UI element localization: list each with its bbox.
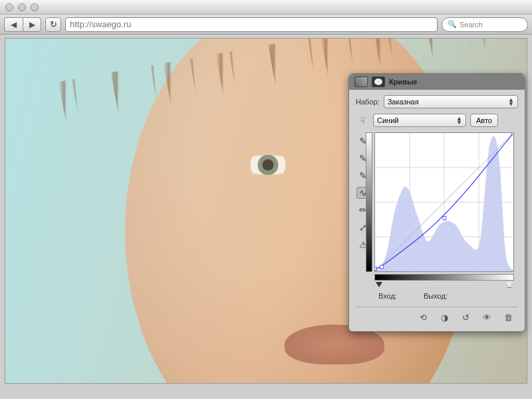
panel-footer-btn-3[interactable]: 👁 (479, 311, 494, 323)
output-label: Выход: (424, 292, 448, 300)
svg-rect-9 (443, 217, 446, 220)
black-point-slider[interactable] (376, 282, 382, 287)
white-point-slider[interactable] (506, 282, 513, 288)
svg-rect-8 (380, 265, 383, 269)
channel-value: Синий (377, 116, 398, 124)
preset-select[interactable]: Заказная ▲▼ (384, 95, 518, 108)
panel-footer-btn-4[interactable]: 🗑 (501, 311, 515, 323)
nav-forward[interactable]: ▶ (23, 17, 41, 32)
reload-button[interactable]: ↻ (45, 17, 61, 32)
input-gradient (374, 274, 514, 281)
chevron-updown-icon: ▲▼ (508, 98, 514, 106)
curves-graph[interactable] (374, 132, 514, 272)
preset-value: Заказная (388, 98, 419, 106)
chevron-updown-icon: ▲▼ (456, 116, 462, 124)
channel-select[interactable]: Синий ▲▼ (373, 114, 466, 127)
hand-tool-icon[interactable]: ☟ (356, 114, 369, 126)
panel-footer-btn-0[interactable]: ⟲ (416, 311, 430, 323)
url-text: http://swaego.ru (70, 19, 132, 29)
curves-panel: Кривые Набор: Заказная ▲▼ ☟ Синий ▲▼ Авт… (348, 73, 525, 332)
window-close[interactable] (5, 3, 13, 11)
search-icon: 🔍 (448, 20, 457, 29)
url-input[interactable]: http://swaego.ru (65, 17, 438, 32)
preset-label: Набор: (356, 98, 380, 106)
window-zoom[interactable] (31, 3, 39, 11)
panel-footer-btn-2[interactable]: ↺ (458, 311, 473, 323)
output-gradient (366, 132, 372, 272)
auto-button[interactable]: Авто (470, 114, 498, 127)
adjustment-icon[interactable] (354, 76, 368, 87)
search-placeholder: Search (460, 21, 483, 29)
svg-rect-10 (512, 132, 514, 134)
svg-rect-7 (374, 267, 376, 270)
panel-footer-btn-1[interactable]: ◑ (437, 311, 452, 323)
mask-icon[interactable] (372, 76, 385, 87)
panel-title: Кривые (389, 78, 417, 86)
search-input[interactable]: 🔍 Search (442, 17, 528, 32)
window-minimize[interactable] (18, 3, 26, 11)
input-label: Вход: (378, 292, 397, 300)
nav-back[interactable]: ◀ (4, 17, 23, 32)
